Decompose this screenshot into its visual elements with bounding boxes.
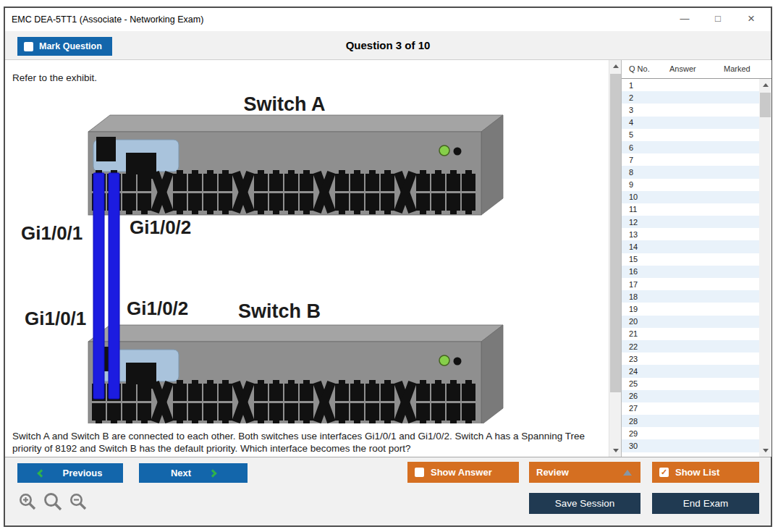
qno-cell: 7 [622, 156, 658, 164]
qno-cell: 14 [622, 242, 658, 251]
question-list-row[interactable]: 21 [622, 328, 759, 340]
question-list-row[interactable]: 22 [622, 340, 759, 352]
status-led [454, 358, 462, 366]
question-list-row[interactable]: 27 [622, 402, 759, 415]
question-list-row[interactable]: 9 [622, 179, 759, 191]
qno-cell: 19 [622, 305, 658, 313]
qno-cell: 6 [622, 143, 658, 152]
previous-button[interactable]: Previous [17, 463, 123, 483]
switch-a-port1-label: Gi1/0/1 [21, 222, 83, 244]
qno-cell: 21 [622, 329, 658, 338]
close-icon[interactable]: × [735, 8, 768, 31]
qno-cell: 27 [622, 404, 658, 413]
question-list-scrollbar[interactable] [759, 79, 771, 457]
scrollbar-thumb[interactable] [610, 74, 621, 392]
show-list-checkbox[interactable]: ✓ [659, 468, 669, 477]
question-area-scrollbar[interactable] [609, 60, 621, 457]
question-list-row[interactable]: 13 [622, 228, 759, 240]
question-list-row[interactable]: 26 [622, 390, 759, 402]
question-list-row[interactable]: 3 [622, 104, 759, 116]
column-marked: Marked [724, 64, 750, 73]
minimize-icon[interactable]: — [668, 8, 701, 31]
exhibit-diagram: Switch A Gi1/0/1 Gi1/0/2 Gi1/0/1 Gi1/0/2… [5, 82, 609, 423]
question-list-row[interactable]: 24 [622, 365, 759, 377]
console-port [96, 137, 116, 161]
qno-cell: 25 [622, 379, 658, 388]
zoom-toolbar [18, 491, 88, 512]
qno-cell: 8 [622, 168, 658, 177]
switch-b-port1-label: Gi1/0/1 [25, 308, 86, 329]
question-list-row[interactable]: 14 [622, 240, 759, 253]
review-dropdown-button[interactable]: Review [529, 462, 640, 483]
question-list-row[interactable]: 15 [622, 253, 759, 266]
qno-cell: 26 [622, 392, 658, 400]
show-list-button[interactable]: ✓ Show List [652, 462, 759, 483]
question-list-row[interactable]: 25 [622, 378, 759, 390]
question-header-bar: Question 3 of 10 Mark Question [5, 31, 771, 60]
switch-a-title: Switch A [243, 93, 325, 115]
scroll-up-icon[interactable] [759, 79, 771, 91]
question-list-row[interactable]: 6 [622, 141, 759, 153]
question-list-row[interactable]: 30 [622, 439, 759, 452]
qno-cell: 13 [622, 230, 658, 239]
question-list-row[interactable]: 10 [622, 191, 759, 203]
question-list-row[interactable]: 29 [622, 427, 759, 439]
question-list-panel: Q No. Answer Marked 12345678910111213141… [621, 60, 771, 457]
qno-cell: 16 [622, 267, 658, 276]
zoom-out-icon[interactable] [69, 492, 88, 512]
save-session-button[interactable]: Save Session [529, 493, 640, 514]
mark-question-checkbox[interactable] [24, 42, 33, 51]
column-qno: Q No. [629, 64, 650, 73]
mark-question-button[interactable]: Mark Question [17, 37, 112, 56]
qno-cell: 4 [622, 118, 658, 127]
qno-cell: 20 [622, 317, 658, 326]
switch-b-title: Switch B [238, 300, 321, 322]
qno-cell: 24 [622, 367, 658, 376]
show-answer-checkbox[interactable] [415, 468, 424, 477]
scroll-down-icon[interactable] [609, 444, 622, 457]
question-list-row[interactable]: 28 [622, 415, 759, 427]
end-exam-label: End Exam [683, 498, 728, 509]
column-answer: Answer [669, 64, 696, 73]
switch-b-port2-label: Gi1/0/2 [127, 297, 188, 319]
qno-cell: 12 [622, 218, 658, 227]
exam-window: EMC DEA-5TT1 (Associate - Networking Exa… [4, 7, 772, 527]
window-title: EMC DEA-5TT1 (Associate - Networking Exa… [12, 8, 203, 31]
question-list-row[interactable]: 11 [622, 203, 759, 216]
question-list-row[interactable]: 2 [622, 91, 759, 104]
question-list-row[interactable]: 20 [622, 316, 759, 328]
question-list-row[interactable]: 5 [622, 129, 759, 141]
chevron-up-icon [623, 470, 632, 476]
question-list-row[interactable]: 8 [622, 166, 759, 178]
zoom-reset-icon[interactable] [43, 491, 64, 512]
power-led-green [439, 145, 449, 156]
end-exam-button[interactable]: End Exam [652, 493, 759, 514]
question-list-row[interactable]: 18 [622, 290, 759, 303]
show-answer-label: Show Answer [431, 467, 492, 478]
question-list-row[interactable]: 17 [622, 278, 759, 290]
question-list-row[interactable]: 23 [622, 352, 759, 365]
question-list-row[interactable]: 7 [622, 153, 759, 166]
maximize-icon[interactable]: □ [701, 8, 735, 31]
qno-cell: 9 [622, 180, 658, 189]
question-list-row[interactable]: 4 [622, 117, 759, 129]
qno-cell: 15 [622, 255, 658, 263]
previous-label: Previous [63, 468, 103, 478]
cable-gi101 [93, 173, 104, 399]
question-list-row[interactable]: 16 [622, 266, 759, 278]
mark-question-label: Mark Question [39, 41, 102, 51]
qno-cell: 3 [622, 106, 658, 114]
qno-cell: 29 [622, 429, 658, 438]
question-list-row[interactable]: 19 [622, 303, 759, 315]
question-list-header: Q No. Answer Marked [622, 60, 771, 79]
scroll-up-icon[interactable] [609, 60, 622, 72]
next-button[interactable]: Next [139, 463, 248, 483]
question-list-row[interactable]: 1 [622, 79, 759, 91]
zoom-in-icon[interactable] [18, 492, 38, 512]
question-list-row[interactable]: 12 [622, 216, 759, 228]
scroll-down-icon[interactable] [759, 444, 771, 457]
show-answer-button[interactable]: Show Answer [407, 462, 519, 483]
next-label: Next [171, 468, 191, 478]
scrollbar-thumb[interactable] [760, 93, 771, 117]
show-list-label: Show List [675, 467, 719, 478]
